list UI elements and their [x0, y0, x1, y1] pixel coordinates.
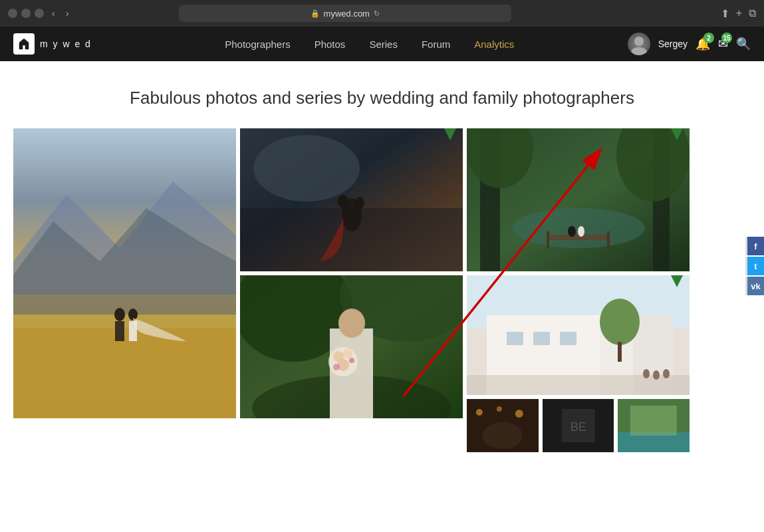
svg-point-6: [338, 195, 348, 208]
svg-rect-46: [533, 332, 550, 345]
svg-point-52: [653, 370, 660, 380]
page-title: Fabulous photos and series by wedding an…: [13, 88, 751, 108]
svg-rect-12: [13, 328, 236, 418]
photo-item-dark[interactable]: BE: [543, 399, 614, 452]
window-maximize[interactable]: [35, 9, 44, 18]
messages-button[interactable]: ✉ 15: [718, 37, 728, 51]
bookmark-icon-villa: [671, 275, 683, 287]
svg-rect-47: [560, 332, 576, 345]
photo-item-1[interactable]: [240, 128, 463, 271]
nav-right: Sergey 🔔 2 ✉ 15 🔍: [628, 33, 751, 55]
svg-point-26: [568, 226, 576, 237]
photo-item-villa[interactable]: [467, 275, 690, 395]
photo-item-3[interactable]: [467, 128, 690, 271]
browser-actions: ⬆ + ⧉: [721, 7, 756, 20]
svg-point-0: [634, 37, 644, 46]
avatar[interactable]: [628, 33, 650, 55]
lock-icon: 🔒: [311, 9, 320, 18]
col3-stack: BE: [467, 275, 690, 452]
svg-point-3: [253, 135, 360, 201]
photo-item-bride-flowers[interactable]: [240, 275, 463, 418]
svg-point-76: [349, 358, 354, 363]
svg-point-27: [578, 226, 584, 237]
photo-grid-wrapper: BE: [13, 128, 751, 452]
svg-point-14: [128, 309, 138, 321]
svg-rect-23: [547, 235, 610, 240]
logo-icon: [13, 33, 35, 55]
share-icon[interactable]: ⬆: [721, 7, 729, 20]
svg-point-70: [338, 309, 365, 338]
svg-rect-15: [115, 321, 124, 341]
nav-analytics[interactable]: Analytics: [462, 27, 526, 61]
svg-rect-64: [630, 406, 677, 436]
svg-rect-24: [547, 231, 549, 248]
twitter-button[interactable]: t: [745, 257, 764, 275]
facebook-button[interactable]: f: [745, 237, 764, 255]
svg-point-13: [114, 308, 125, 321]
logo-text: m y w e d: [40, 39, 92, 49]
navbar: m y w e d Photographers Photos Series Fo…: [0, 27, 764, 61]
browser-chrome: ‹ › 🔒 mywed.com ↻ ⬆ + ⧉: [0, 0, 764, 27]
logo-link[interactable]: m y w e d: [13, 33, 92, 55]
svg-rect-25: [607, 231, 610, 248]
notifications-bell[interactable]: 🔔 2: [696, 37, 710, 51]
bottom-small-photos: BE: [467, 399, 690, 452]
address-bar[interactable]: 🔒 mywed.com ↻: [179, 5, 511, 22]
photo-item-party[interactable]: [467, 399, 539, 452]
twitter-icon: t: [754, 261, 757, 271]
svg-point-56: [497, 406, 502, 412]
svg-point-22: [512, 208, 645, 248]
new-tab-icon[interactable]: +: [736, 7, 742, 20]
window-controls: [8, 9, 44, 18]
svg-point-7: [355, 197, 364, 209]
vk-icon: vk: [751, 281, 760, 291]
user-name: Sergey: [658, 39, 688, 49]
svg-point-1: [631, 47, 647, 55]
tabs-icon[interactable]: ⧉: [749, 7, 756, 20]
nav-photos[interactable]: Photos: [303, 27, 358, 61]
svg-point-73: [343, 349, 352, 358]
svg-point-75: [333, 364, 340, 370]
svg-rect-45: [507, 332, 523, 345]
bookmark-icon-1: [444, 128, 456, 140]
window-minimize[interactable]: [21, 9, 31, 18]
svg-point-58: [483, 422, 523, 449]
reload-icon: ↻: [374, 9, 380, 18]
browser-forward[interactable]: ›: [63, 7, 72, 20]
svg-point-53: [663, 369, 670, 378]
svg-point-48: [600, 299, 640, 345]
photo-item-center-tall[interactable]: [13, 128, 236, 418]
notif-count: 2: [703, 33, 714, 43]
svg-point-55: [476, 409, 483, 416]
svg-rect-49: [618, 342, 622, 362]
social-sidebar: f t vk: [745, 237, 764, 295]
facebook-icon: f: [754, 241, 757, 251]
svg-text:BE: BE: [570, 420, 586, 434]
nav-photographers[interactable]: Photographers: [213, 27, 302, 61]
search-icon[interactable]: 🔍: [736, 37, 751, 51]
svg-point-57: [515, 410, 523, 418]
avatar-image: [628, 33, 650, 55]
window-close[interactable]: [8, 9, 17, 18]
nav-forum[interactable]: Forum: [410, 27, 462, 61]
photo-item-pool[interactable]: [618, 399, 690, 452]
vk-button[interactable]: vk: [745, 277, 764, 295]
main-content: Fabulous photos and series by wedding an…: [0, 61, 764, 466]
browser-back[interactable]: ‹: [49, 7, 58, 20]
nav-links: Photographers Photos Series Forum Analyt…: [112, 27, 628, 61]
message-count: 15: [721, 33, 732, 43]
nav-series[interactable]: Series: [357, 27, 410, 61]
svg-point-51: [643, 369, 650, 378]
bookmark-icon-3: [671, 128, 683, 140]
url-text: mywed.com: [324, 9, 370, 19]
